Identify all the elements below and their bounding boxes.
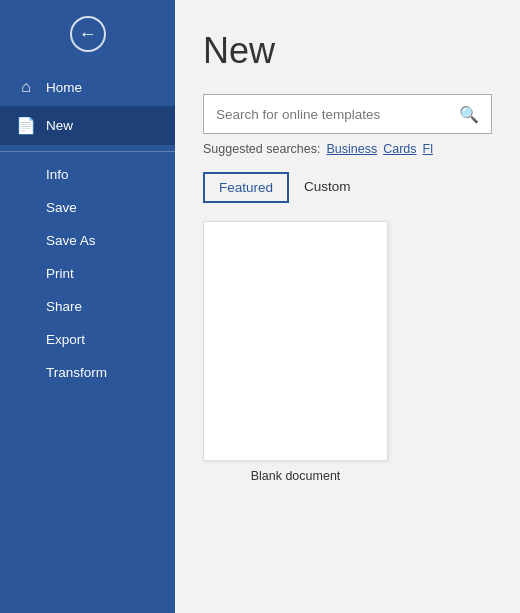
suggested-link-fl[interactable]: Fl	[423, 142, 433, 156]
back-button[interactable]: ←	[0, 0, 175, 68]
blank-document-label: Blank document	[251, 469, 341, 483]
sidebar-item-save-as[interactable]: Save As	[0, 224, 175, 257]
sidebar: ← ⌂ Home 📄 New Info Save Save As Print S…	[0, 0, 175, 613]
suggested-label: Suggested searches:	[203, 142, 320, 156]
sidebar-item-save[interactable]: Save	[0, 191, 175, 224]
sidebar-item-transform[interactable]: Transform	[0, 356, 175, 389]
sidebar-home-label: Home	[46, 80, 82, 95]
main-content: New 🔍 Suggested searches: Business Cards…	[175, 0, 520, 613]
sidebar-item-export[interactable]: Export	[0, 323, 175, 356]
sidebar-item-home[interactable]: ⌂ Home	[0, 68, 175, 106]
sidebar-divider	[0, 151, 175, 152]
sidebar-item-info[interactable]: Info	[0, 158, 175, 191]
suggested-link-business[interactable]: Business	[326, 142, 377, 156]
back-circle-icon: ←	[70, 16, 106, 52]
tab-custom[interactable]: Custom	[289, 172, 366, 203]
sidebar-new-label: New	[46, 118, 73, 133]
search-input[interactable]	[216, 107, 459, 122]
sidebar-item-share[interactable]: Share	[0, 290, 175, 323]
blank-document-thumb	[203, 221, 388, 461]
home-icon: ⌂	[16, 78, 36, 96]
suggested-searches-row: Suggested searches: Business Cards Fl	[203, 142, 492, 156]
tabs-row: Featured Custom	[203, 172, 492, 203]
suggested-link-cards[interactable]: Cards	[383, 142, 416, 156]
template-blank-document[interactable]: Blank document	[203, 221, 388, 483]
search-icon[interactable]: 🔍	[459, 105, 479, 124]
sidebar-item-print[interactable]: Print	[0, 257, 175, 290]
page-title: New	[203, 30, 492, 72]
new-doc-icon: 📄	[16, 116, 36, 135]
templates-grid: Blank document	[203, 221, 492, 483]
tab-featured[interactable]: Featured	[203, 172, 289, 203]
search-box[interactable]: 🔍	[203, 94, 492, 134]
sidebar-item-new[interactable]: 📄 New	[0, 106, 175, 145]
